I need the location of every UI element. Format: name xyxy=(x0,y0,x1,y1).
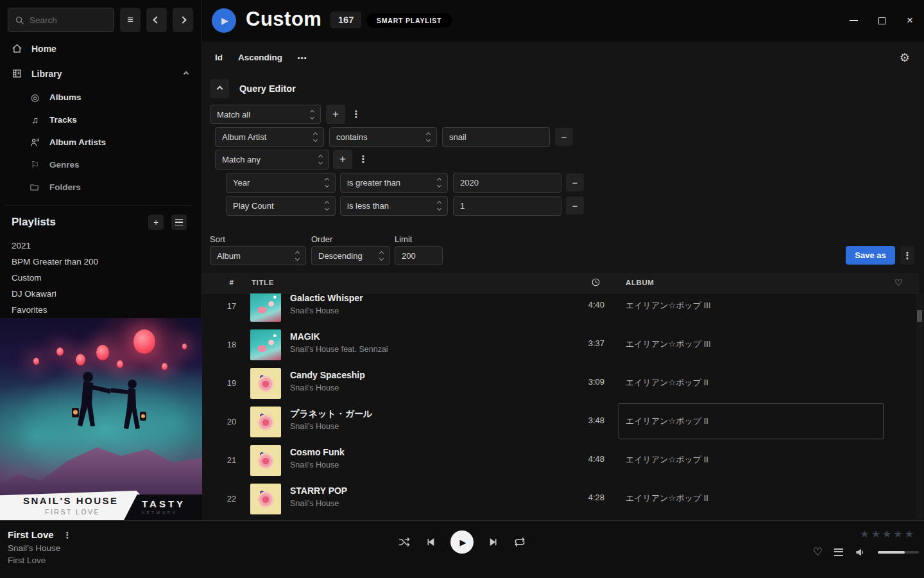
repeat-button[interactable] xyxy=(513,536,526,548)
rule-operator-select[interactable]: is less than xyxy=(340,196,448,216)
close-button[interactable]: × xyxy=(901,12,919,30)
now-playing-artist[interactable]: Snail’s House xyxy=(8,543,72,553)
playlist-item[interactable]: 2021 xyxy=(0,238,202,254)
sidebar-item-tracks[interactable]: ♫ Tracks xyxy=(0,109,202,131)
rule-group-menu-button[interactable]: ⋮ xyxy=(350,105,362,124)
minimize-button[interactable] xyxy=(844,12,862,30)
track-title[interactable]: Candy Spaceship xyxy=(290,370,365,380)
table-row[interactable]: 20 プラネット・ガール Snail’s House 3:48 エイリアン☆ポッ… xyxy=(202,403,919,441)
rule-value-input[interactable] xyxy=(453,173,561,193)
add-playlist-button[interactable]: + xyxy=(148,215,164,230)
rule-group-menu-button[interactable]: ⋮ xyxy=(357,150,369,169)
remove-rule-button[interactable]: − xyxy=(566,197,584,215)
column-album[interactable]: ALBUM xyxy=(626,279,654,286)
order-select[interactable]: Descending xyxy=(311,246,390,265)
rule-field-select[interactable]: Album Artist xyxy=(215,127,324,147)
column-title[interactable]: TITLE xyxy=(252,279,274,286)
table-row[interactable]: 21 Cosmo Funk Snail’s House 4:48 エイリアン☆ポ… xyxy=(202,441,919,480)
sidebar-item-home[interactable]: Home xyxy=(0,36,202,61)
table-row[interactable]: 22 STARRY POP Snail’s House 4:28 エイリアン☆ポ… xyxy=(202,480,919,518)
track-title[interactable]: STARRY POP xyxy=(290,486,347,496)
star-icon[interactable]: ★ xyxy=(860,529,871,539)
star-icon[interactable]: ★ xyxy=(905,529,916,539)
save-as-button[interactable]: Save as xyxy=(846,246,895,265)
table-row[interactable]: 19 Candy Spaceship Snail’s House 3:09 エイ… xyxy=(202,364,919,403)
sort-field-button[interactable]: Id xyxy=(215,53,223,62)
more-options-button[interactable]: ⋯ xyxy=(297,53,307,64)
track-artist[interactable]: Snail’s House xyxy=(290,499,339,508)
now-playing-album[interactable]: First Love xyxy=(8,556,72,565)
search-box[interactable] xyxy=(8,8,114,32)
rule-value-input[interactable] xyxy=(453,196,561,216)
sort-order-button[interactable]: Ascending xyxy=(238,53,282,62)
star-icon[interactable]: ★ xyxy=(893,529,904,539)
column-index[interactable]: # xyxy=(227,279,237,286)
play-button[interactable]: ▶ xyxy=(450,530,474,554)
star-icon[interactable]: ★ xyxy=(882,529,893,539)
add-rule-button[interactable]: + xyxy=(333,150,352,169)
table-row[interactable]: 17 Galactic Whisper Snail’s House 4:40 エ… xyxy=(202,293,919,326)
rule-field-select[interactable]: Play Count xyxy=(226,196,336,216)
next-button[interactable] xyxy=(488,536,499,548)
match-type-select[interactable]: Match all xyxy=(210,105,321,124)
sidebar-item-genres[interactable]: ⚐ Genres xyxy=(0,153,202,176)
track-title[interactable]: MAGIK xyxy=(290,331,320,342)
track-album[interactable]: エイリアン☆ポップ II xyxy=(626,493,708,504)
now-playing-title[interactable]: First Love xyxy=(8,529,54,540)
play-playlist-button[interactable]: ▶ xyxy=(212,8,236,33)
sidebar-item-album-artists[interactable]: Album Artists xyxy=(0,131,202,153)
remove-rule-button[interactable]: − xyxy=(566,173,584,191)
match-type-select[interactable]: Match any xyxy=(215,150,329,170)
nav-back-button[interactable] xyxy=(146,8,167,32)
rule-field-select[interactable]: Year xyxy=(226,173,336,193)
save-menu-button[interactable]: ⋮ xyxy=(900,246,914,265)
sort-select[interactable]: Album xyxy=(210,246,306,265)
scrollbar[interactable] xyxy=(916,293,923,518)
shuffle-button[interactable] xyxy=(398,536,411,548)
track-album[interactable]: エイリアン☆ポップ III xyxy=(626,338,711,350)
remove-rule-button[interactable]: − xyxy=(555,128,573,146)
scrollbar-thumb[interactable] xyxy=(917,310,922,322)
track-album[interactable]: エイリアン☆ポップ II xyxy=(626,416,708,427)
limit-input[interactable] xyxy=(395,246,443,265)
track-title[interactable]: プラネット・ガール xyxy=(290,408,372,420)
favorite-button[interactable]: ♡ xyxy=(813,545,823,559)
playlist-list-button[interactable] xyxy=(171,215,187,230)
favorite-column-heart-icon[interactable]: ♡ xyxy=(894,277,903,288)
playlist-item[interactable]: Custom xyxy=(0,270,202,286)
previous-button[interactable] xyxy=(425,536,436,548)
playlist-item[interactable]: BPM Greater than 200 xyxy=(0,254,202,270)
add-rule-button[interactable]: + xyxy=(326,105,345,124)
rule-operator-select[interactable]: is greater than xyxy=(340,173,448,193)
track-title[interactable]: Galactic Whisper xyxy=(290,293,363,303)
sidebar-item-folders[interactable]: Folders xyxy=(0,176,202,198)
collapse-query-editor-button[interactable] xyxy=(210,79,229,98)
nav-forward-button[interactable] xyxy=(173,8,193,32)
playlist-item[interactable]: DJ Okawari xyxy=(0,286,202,302)
sidebar-item-albums[interactable]: ◎ Albums xyxy=(0,86,202,109)
volume-icon[interactable] xyxy=(855,547,866,558)
gear-icon[interactable]: ⚙ xyxy=(900,51,910,65)
maximize-button[interactable] xyxy=(873,12,891,30)
rule-operator-select[interactable]: contains xyxy=(329,127,437,147)
track-artist[interactable]: Snail’s House xyxy=(290,306,339,315)
playlist-item[interactable]: Favorites xyxy=(0,302,202,318)
sidebar-item-library[interactable]: Library xyxy=(0,61,202,86)
table-row[interactable]: 18 MAGIK Snail’s House feat. Sennzai 3:3… xyxy=(202,326,919,364)
rating-stars[interactable]: ★★★★★ xyxy=(860,528,916,540)
track-artist[interactable]: Snail’s House xyxy=(290,383,339,392)
track-artist[interactable]: Snail’s House xyxy=(290,460,339,469)
search-input[interactable] xyxy=(30,15,100,25)
track-album[interactable]: エイリアン☆ポップ II xyxy=(626,377,708,389)
menu-button[interactable]: ≡ xyxy=(120,8,141,32)
track-artist[interactable]: Snail’s House xyxy=(290,422,339,431)
now-playing-menu-button[interactable]: ⋮ xyxy=(63,530,72,540)
star-icon[interactable]: ★ xyxy=(871,529,882,539)
now-playing-cover-art[interactable]: SNAIL'S HOUSE FIRST LOVE TASTY NETWORK xyxy=(0,318,202,520)
volume-slider[interactable] xyxy=(878,551,919,554)
track-album[interactable]: エイリアン☆ポップ II xyxy=(626,454,708,466)
track-album[interactable]: エイリアン☆ポップ III xyxy=(626,300,711,311)
collapse-chevron-icon[interactable] xyxy=(184,71,189,76)
track-title[interactable]: Cosmo Funk xyxy=(290,447,345,457)
rule-value-input[interactable] xyxy=(442,127,550,147)
